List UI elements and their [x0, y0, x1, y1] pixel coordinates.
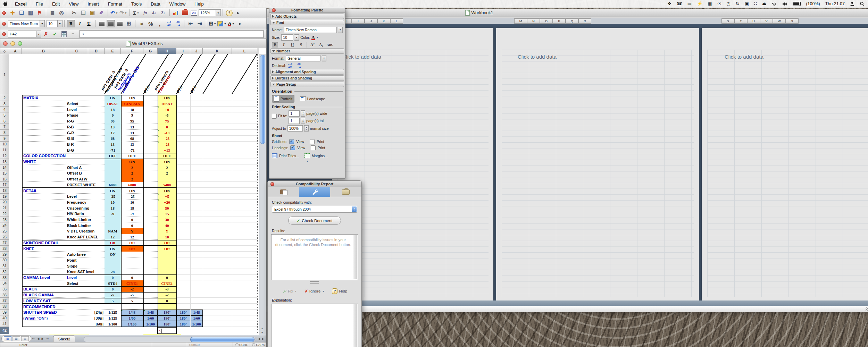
cell-H23[interactable]: 30	[158, 217, 176, 223]
italic-button[interactable]: I	[76, 20, 84, 27]
row-header-12[interactable]: 12	[0, 153, 9, 159]
cell-F12[interactable]: OFF	[121, 153, 143, 159]
cell-E41[interactable]: 1/100	[105, 321, 121, 327]
explanation-box[interactable]	[271, 304, 358, 347]
vertical-scrollbar[interactable]: ▲ ▼	[259, 54, 266, 335]
cell-H34[interactable]: CINE1	[158, 280, 176, 286]
cell-E24[interactable]	[105, 222, 121, 228]
cell-H8[interactable]: -18	[158, 130, 176, 136]
cell-E11[interactable]: -71	[105, 147, 121, 153]
strike-abc-button[interactable]: ABC	[327, 42, 333, 48]
row-header-25[interactable]: 25	[0, 228, 9, 234]
cell-E37[interactable]: 5	[105, 298, 121, 304]
spotlight-icon[interactable]	[860, 1, 865, 6]
cell-reference-box[interactable]: H42	[8, 31, 36, 37]
row-header-26[interactable]: 26	[0, 234, 9, 240]
margins-button[interactable]: Margins...	[312, 154, 328, 158]
decrease-indent-button[interactable]: ⇤	[186, 20, 195, 27]
cell-F41[interactable]: 1/100	[121, 321, 143, 327]
cell-H27[interactable]: Off	[158, 240, 176, 246]
help-button[interactable]: ? Help	[332, 288, 347, 294]
cell-E26[interactable]: 12	[105, 234, 121, 240]
check-document-button[interactable]: ✓ Check Document	[288, 217, 341, 225]
horizontal-scrollbar[interactable]	[84, 337, 256, 342]
palette-collapse-icon[interactable]: ▼	[269, 160, 345, 162]
section-alignment[interactable]: Alignment and Spacing	[270, 69, 344, 75]
zoom-dropdown-icon[interactable]: ▼	[216, 9, 221, 16]
row-header-38[interactable]: 38	[0, 304, 9, 310]
cell-H38[interactable]	[158, 304, 176, 310]
increase-indent-button[interactable]: ⇥	[195, 20, 204, 27]
column-header-S[interactable]: S	[721, 18, 734, 24]
click-to-add-data-placeholder[interactable]: Click to add data	[342, 54, 381, 60]
cell-E35[interactable]: 0	[105, 286, 121, 292]
row-header-24[interactable]: 24	[0, 222, 9, 228]
column-header-T[interactable]: T	[734, 18, 747, 24]
menu-item-insert[interactable]: Insert	[83, 1, 103, 7]
calculator-button[interactable]	[60, 30, 68, 38]
cell-F34[interactable]: CINE1	[121, 280, 143, 286]
toolbar-close-icon[interactable]	[2, 11, 6, 15]
cut-button[interactable]: ✂	[70, 9, 78, 17]
fast-user-switch-icon[interactable]	[850, 1, 854, 6]
print-titles-button[interactable]: Print Titles...	[279, 154, 299, 158]
dropdown-icon[interactable]: ▼	[224, 23, 226, 25]
cell-H32[interactable]	[158, 269, 176, 275]
paw-icon[interactable]: ❖	[667, 0, 671, 8]
spaces-icon[interactable]: ∷	[754, 0, 757, 8]
column-header-X[interactable]: X	[786, 18, 799, 24]
page-layout-view-button[interactable]: ▥	[12, 336, 20, 341]
print-button[interactable]: ≣	[48, 9, 57, 17]
chart-button[interactable]	[172, 9, 180, 17]
font-name-value[interactable]: Times New Roman	[284, 27, 337, 33]
cell-E6[interactable]: 95	[105, 118, 121, 124]
cell-E39[interactable]: 1/125	[105, 310, 121, 315]
tab-project-center[interactable]	[330, 187, 361, 197]
borders-button[interactable]: ⊞▼	[208, 20, 217, 27]
subscript-button[interactable]: A₂	[318, 42, 324, 48]
eject-icon[interactable]: ⏏	[762, 0, 766, 8]
menu-item-format[interactable]: Format	[103, 1, 127, 7]
dropdown-icon[interactable]: ▼	[338, 27, 343, 33]
font-color-button[interactable]: A▼	[227, 20, 235, 27]
sort-ascending-button[interactable]: A↓	[150, 9, 158, 17]
cell-E30[interactable]	[105, 257, 121, 263]
display-icon[interactable]: ▭	[687, 0, 692, 8]
cell-H2[interactable]: ON	[158, 95, 176, 101]
cell-H11[interactable]: +13	[158, 147, 176, 153]
row-header-22[interactable]: 22	[0, 211, 9, 217]
superscript-button[interactable]: A²	[309, 42, 316, 48]
name-box-dropdown-icon[interactable]: ▼	[36, 31, 41, 37]
underline-button[interactable]: U	[289, 42, 295, 48]
cell-E2[interactable]: ON	[105, 95, 121, 101]
cell-F2[interactable]: ON	[121, 95, 143, 101]
cell-H18[interactable]: ON	[158, 188, 176, 194]
cell-H41[interactable]: 180˚	[158, 321, 176, 327]
tab-scrapbook[interactable]	[268, 187, 299, 197]
cell-E17[interactable]: 6000	[105, 182, 121, 188]
flag-button[interactable]: ⚑	[35, 9, 44, 17]
stepper-icon[interactable]: ▲▼	[304, 125, 309, 132]
cell-F39[interactable]: 1/48	[121, 310, 143, 315]
pane-divider-handle[interactable]	[310, 281, 319, 283]
row-header-31[interactable]: 31	[0, 263, 9, 269]
font-size-value[interactable]: 10	[281, 34, 293, 41]
menu-item-file[interactable]: File	[31, 1, 48, 7]
landscape-button[interactable]: Landscape	[298, 95, 327, 102]
page-2[interactable]: Click to add data	[496, 28, 699, 301]
cell-F25[interactable]: Y	[121, 228, 143, 234]
cell-F15[interactable]: 2	[121, 170, 143, 176]
cell-G41[interactable]: 1/100	[143, 321, 158, 327]
italic-button[interactable]: I	[281, 42, 287, 48]
align-left-button[interactable]	[98, 20, 106, 27]
cell-F20[interactable]: 10	[121, 200, 143, 205]
comma-button[interactable]: ,	[156, 20, 164, 27]
section-font[interactable]: Font	[270, 20, 344, 25]
increase-decimal-button[interactable]: ←.0.00	[165, 20, 173, 27]
cell-E9[interactable]: 68	[105, 136, 121, 142]
toolbar-close-icon[interactable]	[2, 22, 6, 26]
cell-H5[interactable]: -5	[158, 112, 176, 118]
cell-J41[interactable]: 1/100	[190, 321, 203, 327]
select-all-corner[interactable]: ◇	[0, 48, 9, 54]
first-sheet-icon[interactable]: ⇤	[32, 337, 35, 340]
